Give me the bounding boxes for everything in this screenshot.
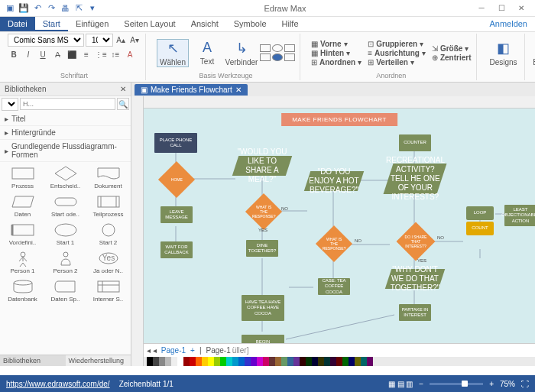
select-tool[interactable]: ↖Wählen [157, 39, 189, 67]
node-begin-friendship[interactable]: BEGIN FRIENDSHIP [242, 335, 284, 343]
node-least-obj[interactable]: LEAST OBJECTIONABLE ACTION [504, 205, 535, 226]
menu-start[interactable]: Start [35, 17, 68, 31]
bold-button[interactable]: B [8, 48, 20, 60]
connector-tool[interactable]: ↳Verbinder [225, 40, 258, 66]
sidebar-tab-recovery[interactable]: Wiederherstellung [66, 355, 131, 366]
centered-btn[interactable]: ⊕ Zentriert [432, 53, 472, 62]
size-btn[interactable]: ⇲ Größe ▾ [432, 44, 472, 53]
node-have-drink[interactable]: HAVE TEA HAVE COFFEE HAVE COCOA [242, 295, 284, 321]
numbering-button[interactable]: ⋮≡ [95, 48, 107, 60]
maximize-button[interactable]: ☐ [492, 2, 511, 15]
node-count[interactable]: COUNT [466, 222, 494, 235]
node-wait-callback[interactable]: WAIT FOR CALLBACK [160, 241, 193, 258]
sidebar-close-icon[interactable]: ✕ [120, 85, 126, 93]
app-icon: ▣ [5, 3, 15, 14]
distribute-btn[interactable]: ⊞ Verteilen ▾ [368, 58, 426, 66]
strike-button[interactable]: A̶ [51, 48, 63, 60]
shape-subprocess[interactable]: Teilprozess [87, 192, 129, 219]
bring-front[interactable]: ▦ Vorne ▾ [311, 40, 362, 48]
qat-more-icon[interactable]: ▾ [87, 3, 98, 14]
node-share-meal[interactable]: "WOULD YOU LIKE TO SHARE A MEAL?" [232, 156, 292, 176]
node-loop[interactable]: LOOP [466, 206, 494, 220]
menu-help[interactable]: Hilfe [274, 17, 306, 31]
zoom-in[interactable]: + [489, 380, 494, 388]
align-btn[interactable]: ⊞ Anordnen ▾ [311, 58, 362, 66]
lib-backgrounds[interactable]: ▸ Hintergründe [0, 126, 131, 140]
node-place-call[interactable]: PLACE PHONE CALL [154, 133, 197, 153]
node-why-dont-we[interactable]: "WHY DON'T WE DO THAT TOGETHER?" [385, 269, 445, 289]
save-icon[interactable]: 💾 [18, 3, 29, 14]
shape-terminator[interactable]: Start ode.. [44, 192, 86, 219]
menu-view[interactable]: Ansicht [183, 17, 226, 31]
node-partake[interactable]: PARTAKE IN INTEREST [399, 304, 431, 321]
view-mode-icons[interactable]: ▦ ▤ ▥ [388, 380, 413, 388]
text-tool[interactable]: AText [191, 40, 223, 66]
close-button[interactable]: ✕ [512, 2, 530, 15]
tab-close-icon[interactable]: ✕ [235, 86, 242, 94]
login-link[interactable]: Anmelden [481, 17, 535, 31]
increase-font-icon[interactable]: A▴ [115, 34, 127, 46]
shape-start1[interactable]: Start 1 [44, 220, 86, 248]
shape-swatches[interactable] [260, 44, 295, 61]
shape-yesno[interactable]: YesJa oder N.. [87, 248, 129, 276]
shape-document[interactable]: Dokument [87, 164, 129, 191]
zoom-out[interactable]: − [419, 380, 423, 388]
menu-file[interactable]: Datei [0, 17, 35, 31]
drawing-canvas[interactable]: MAKE FRIENDS FLOWCHART PLACE PHONE CALL … [144, 109, 535, 343]
status-url[interactable]: https://www.edrawsoft.com/de/ [6, 380, 110, 388]
search-icon[interactable]: 🔍 [117, 98, 129, 110]
library-search-input[interactable] [20, 98, 115, 110]
bullets-button[interactable]: ≡ [80, 48, 92, 60]
sidebar-tab-libraries[interactable]: Bibliotheken [0, 355, 66, 366]
shape-palette: Prozess Entscheid.. Dokument Daten Start… [0, 162, 131, 355]
lib-basic-shapes[interactable]: ▸ Grundlegende Flussdiagramm-Formen [0, 140, 131, 162]
document-tab[interactable]: ▣ Make Friends Flowchart ✕ [135, 84, 248, 96]
export-icon[interactable]: ⇱ [73, 3, 84, 14]
node-case[interactable]: CASE: TEA COFFEE COCOA [318, 278, 350, 295]
font-family-select[interactable]: Comic Sans MS [8, 34, 84, 47]
node-hot-beverage[interactable]: "DO YOU ENJOY A HOT BEVERAGE?" [304, 171, 364, 191]
page-tab-1[interactable]: Page-1 [161, 346, 186, 355]
alignment-btn[interactable]: ≡ Ausrichtung ▾ [368, 49, 426, 57]
font-color-button[interactable]: A [124, 48, 136, 60]
lib-title[interactable]: ▸ Titel [0, 112, 131, 126]
color-palette[interactable] [144, 357, 535, 366]
designs-button[interactable]: ◧Designs [488, 40, 520, 66]
node-rec-activity[interactable]: RECREATIONAL ACTIVITY? TELL HE ONE OF YO… [384, 164, 447, 194]
menu-page-layout[interactable]: Seiten Layout [116, 17, 183, 31]
node-leave-msg[interactable]: LEAVE MESSAGE [160, 206, 193, 223]
node-counter[interactable]: COUNTER [399, 134, 431, 151]
add-page[interactable]: + [190, 346, 195, 355]
shape-decision[interactable]: Entscheid.. [44, 164, 86, 191]
menu-insert[interactable]: Einfügen [68, 17, 116, 31]
library-dropdown[interactable]: ▾ [2, 98, 18, 111]
minimize-button[interactable]: ─ [472, 2, 491, 15]
shape-predefined[interactable]: Vordefini.. [2, 220, 44, 248]
font-size-select[interactable]: 10 [86, 34, 113, 47]
page-tab-2[interactable]: Page-1 [206, 346, 230, 355]
decrease-font-icon[interactable]: A▾ [128, 34, 141, 46]
italic-button[interactable]: I [22, 48, 34, 60]
shape-start2[interactable]: Start 2 [87, 220, 129, 248]
line-spacing-button[interactable]: ↕≡ [109, 48, 122, 60]
shape-datastore[interactable]: Daten Sp.. [44, 277, 86, 304]
highlight-button[interactable]: ⬛ [66, 48, 78, 60]
shape-database[interactable]: Datenbank [2, 277, 44, 304]
page-nav-prev[interactable]: ◂ ◂ [147, 346, 157, 355]
shape-process[interactable]: Prozess [2, 164, 44, 191]
fit-page-icon[interactable]: ⛶ [521, 380, 529, 388]
shape-internal[interactable]: Interner S.. [87, 277, 129, 304]
shape-person2[interactable]: Person 2 [44, 248, 86, 276]
send-back[interactable]: ▦ Hinten ▾ [311, 49, 362, 57]
group-btn[interactable]: ⊡ Gruppieren ▾ [368, 40, 426, 48]
shape-person1[interactable]: Person 1 [2, 248, 44, 276]
zoom-slider[interactable] [430, 383, 483, 385]
node-dine[interactable]: DINE TOGETHER? [246, 240, 278, 257]
shape-data[interactable]: Daten [2, 192, 44, 219]
menu-symbols[interactable]: Symbole [226, 17, 274, 31]
print-icon[interactable]: 🖶 [60, 3, 70, 14]
redo-icon[interactable]: ↷ [46, 3, 57, 14]
undo-icon[interactable]: ↶ [32, 3, 43, 14]
zoom-level: 75% [500, 380, 515, 388]
underline-button[interactable]: U [37, 48, 49, 60]
